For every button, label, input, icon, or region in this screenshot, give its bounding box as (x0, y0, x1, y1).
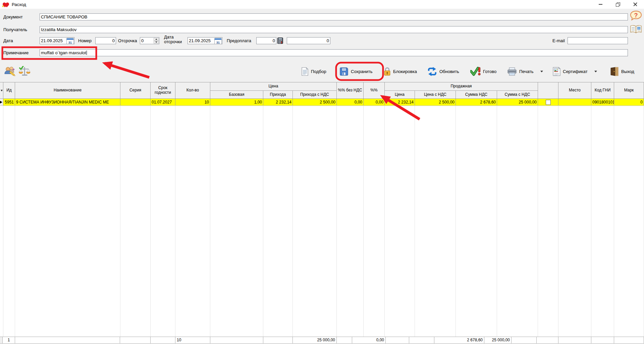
cell-shelf-life[interactable]: 01.07.2027 (151, 99, 175, 106)
cell-name[interactable]: 9 СИСТЕМА ИНФУЗИОННАЯ/TIANJIN MEDIC ME (15, 99, 120, 106)
col-group-price[interactable]: Цена (210, 82, 337, 91)
calendar-icon (215, 38, 221, 40)
exit-button[interactable]: Выход (610, 64, 634, 79)
col-header-check[interactable] (538, 82, 558, 99)
print-button[interactable]: Печать (507, 64, 543, 79)
recipient-input[interactable]: Izzatilla Maksudov (40, 26, 628, 33)
deferral-date-input[interactable]: 21.09.2025 31 (187, 37, 222, 44)
calculator-button[interactable] (277, 38, 283, 44)
date-input[interactable]: 21.09.2025 31 (40, 37, 74, 44)
cell-mark[interactable]: 0 (614, 99, 644, 106)
svg-text:?: ? (634, 12, 638, 19)
col-header-mark[interactable]: Марк (614, 82, 644, 99)
document-input[interactable]: СПИСАНИЕ ТОВАРОВ (40, 13, 628, 20)
help-button[interactable]: ? (630, 10, 642, 22)
print-dropdown-icon[interactable] (540, 71, 543, 74)
open-book-icon (630, 25, 642, 34)
table-footer: 1 10 25 000,00 0,00 2 678,60 25 000,00 (0, 337, 644, 344)
cell-series[interactable] (120, 99, 151, 106)
cell-id[interactable]: 5951 (3, 99, 15, 106)
spinner-buttons[interactable] (154, 38, 159, 44)
sync-arrows-icon (427, 67, 437, 76)
door-icon (610, 67, 619, 76)
email-input[interactable] (568, 37, 628, 44)
spin-up-icon[interactable] (154, 38, 159, 41)
footer-incoming-vat-total: 25 000,00 (293, 337, 337, 343)
pick-label: Подбор (311, 69, 326, 74)
help-bubble-icon: ? (630, 10, 642, 20)
footer-qty-total: 10 (175, 337, 210, 343)
table-empty-area (0, 106, 644, 337)
floppy-disk-icon (339, 67, 348, 76)
dropdown-triangle-icon (1, 90, 3, 92)
lock-label: Блокировка (393, 69, 417, 74)
note-label: Примечание (3, 49, 29, 56)
minimize-button[interactable] (592, 0, 609, 9)
note-input[interactable]: muffati o`tgan maxsulot (40, 49, 628, 56)
number-label: Номер (78, 37, 92, 44)
cell-check (538, 99, 558, 106)
save-button[interactable]: Сохранить (339, 64, 373, 79)
cell-pct[interactable]: 0,00 (364, 99, 385, 106)
col-group-sale[interactable]: Продажная (385, 82, 538, 91)
cell-incoming-vat[interactable]: 2 500,00 (293, 99, 337, 106)
scales-button[interactable] (19, 66, 30, 78)
reference-button[interactable] (630, 25, 642, 36)
certificate-dropdown-icon[interactable] (594, 71, 597, 74)
col-header-shelf-life[interactable]: Срок годности (151, 82, 175, 99)
deferral-date-label: Дата отсрочки (164, 35, 187, 44)
col-header-incoming-vat[interactable]: Прихода с НДС (293, 91, 337, 99)
col-header-gni-code[interactable]: Код ГНИ (591, 82, 614, 99)
refresh-label: Обновить (439, 69, 459, 74)
table-row[interactable]: 5951 9 СИСТЕМА ИНФУЗИОННАЯ/TIANJIN MEDIC… (0, 99, 644, 106)
row-checkbox[interactable] (546, 100, 551, 105)
col-header-sale-price[interactable]: Цена (385, 91, 415, 99)
col-header-sale-price-vat[interactable]: Цена с НДС (415, 91, 456, 99)
col-header-place[interactable]: Место (558, 82, 591, 99)
cell-pct-no-vat[interactable]: 0,00 (337, 99, 364, 106)
row-marker-icon (0, 101, 3, 104)
padlock-icon (384, 67, 391, 76)
spin-down-icon[interactable] (154, 41, 159, 44)
col-header-pct-no-vat[interactable]: %% без НДС (337, 82, 364, 99)
col-header-base[interactable]: Базовая (210, 91, 263, 99)
document-label: Документ (3, 13, 23, 20)
cell-sale-price-vat[interactable]: 2 500,00 (415, 99, 456, 106)
minimize-icon (599, 4, 602, 5)
col-header-qty[interactable]: Кол-во (175, 82, 210, 99)
amount-input[interactable]: 0 (287, 37, 330, 44)
cell-place[interactable] (558, 99, 591, 106)
col-header-name[interactable]: Наименование (15, 82, 120, 99)
date-label: Дата (3, 37, 13, 44)
cell-sum-with-vat[interactable]: 25 000,00 (497, 99, 538, 106)
col-header-pct[interactable]: %% (364, 82, 385, 99)
col-header-incoming[interactable]: Прихода (263, 91, 293, 99)
window-controls (592, 0, 644, 9)
column-menu-button[interactable] (0, 82, 3, 99)
restore-button[interactable] (609, 0, 627, 9)
col-header-vat-sum[interactable]: Сумма НДС (456, 91, 497, 99)
col-header-series[interactable]: Серия (120, 82, 151, 99)
deferral-input[interactable]: 0 (140, 37, 159, 44)
cell-sale-price[interactable]: 2 232,14 (385, 99, 415, 106)
cell-gni-code[interactable]: 09018001014 (591, 99, 614, 106)
calendar-button-2[interactable]: 31 (214, 38, 222, 44)
cell-incoming[interactable]: 2 232,14 (263, 99, 293, 106)
cell-vat-sum[interactable]: 2 678,60 (456, 99, 497, 106)
lock-button[interactable]: Блокировка (384, 64, 417, 79)
cell-qty[interactable]: 10 (175, 99, 210, 106)
col-header-id[interactable]: Ид (3, 82, 15, 99)
certificate-button[interactable]: Сертификат (553, 64, 597, 79)
calendar-icon (67, 38, 73, 40)
calendar-button[interactable]: 31 (66, 38, 74, 44)
pick-button[interactable]: Подбор (301, 64, 326, 79)
clients-edit-button[interactable] (4, 66, 16, 78)
prepayment-input[interactable]: 0 (256, 37, 276, 44)
col-header-sum-with-vat[interactable]: Сумма с НДС (497, 91, 538, 99)
refresh-button[interactable]: Обновить (427, 64, 459, 79)
close-button[interactable] (627, 0, 644, 9)
done-button[interactable]: Готово (470, 64, 496, 79)
number-input[interactable]: 0 (95, 37, 116, 44)
cell-base[interactable]: 1,00 (210, 99, 263, 106)
print-label: Печать (519, 69, 534, 74)
